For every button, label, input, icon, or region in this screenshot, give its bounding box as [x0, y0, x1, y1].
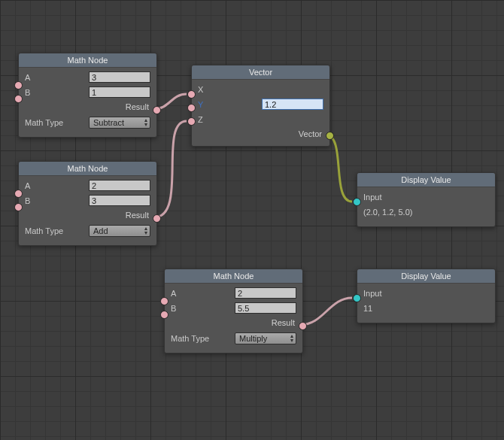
- display-value-text: (2.0, 1.2, 5.0): [363, 208, 412, 217]
- display-value-text: 11: [363, 304, 372, 313]
- input-a-field[interactable]: [89, 180, 150, 191]
- mathtype-label: Math Type: [25, 224, 63, 238]
- mathtype-label: Math Type: [25, 116, 63, 129]
- y-field[interactable]: [262, 99, 323, 110]
- dropdown-arrows-icon: ▴▾: [144, 226, 147, 235]
- input-a-label: A: [25, 71, 30, 84]
- x-label: X: [198, 83, 207, 96]
- result-label: Result: [25, 101, 150, 113]
- mathtype-select[interactable]: Multiply ▴▾: [235, 332, 296, 344]
- input-b-label: B: [25, 194, 30, 208]
- node-title[interactable]: Vector: [192, 65, 329, 80]
- display-value-node[interactable]: Display Value Input 11: [357, 269, 496, 323]
- vector-node[interactable]: Vector X Y Z Vector: [191, 65, 330, 147]
- input-a-field[interactable]: [89, 71, 150, 83]
- math-node[interactable]: Math Node A B Result Math Type Subtract …: [18, 53, 157, 138]
- port-in-input[interactable]: [353, 198, 361, 206]
- input-b-field[interactable]: [89, 195, 150, 206]
- dropdown-arrows-icon: ▴▾: [290, 334, 293, 343]
- input-a-label: A: [25, 179, 30, 193]
- dropdown-arrows-icon: ▴▾: [144, 118, 147, 127]
- input-a-field[interactable]: [235, 287, 296, 299]
- result-label: Result: [171, 317, 296, 329]
- node-title[interactable]: Math Node: [165, 269, 302, 284]
- mathtype-select[interactable]: Add ▴▾: [89, 225, 150, 237]
- result-label: Result: [25, 209, 150, 221]
- node-graph-canvas[interactable]: { "nodes": { "math1": { "title": "Math N…: [0, 0, 504, 440]
- mathtype-value: Add: [93, 226, 108, 235]
- input-label: Input: [363, 289, 381, 298]
- input-b-label: B: [171, 302, 176, 315]
- node-title[interactable]: Math Node: [19, 162, 156, 176]
- port-in-input[interactable]: [353, 294, 361, 302]
- port-in-b[interactable]: [160, 311, 169, 319]
- display-value-node[interactable]: Display Value Input (2.0, 1.2, 5.0): [357, 172, 496, 227]
- port-in-z[interactable]: [187, 117, 196, 126]
- input-label: Input: [363, 193, 381, 202]
- input-a-label: A: [171, 287, 176, 300]
- math-node[interactable]: Math Node A B Result Math Type Add ▴▾: [18, 161, 157, 246]
- node-title[interactable]: Math Node: [19, 53, 156, 68]
- mathtype-label: Math Type: [171, 332, 209, 345]
- mathtype-value: Multiply: [239, 334, 267, 343]
- input-b-field[interactable]: [235, 302, 296, 314]
- math-node[interactable]: Math Node A B Result Math Type Multiply …: [164, 269, 303, 354]
- y-label: Y: [198, 98, 207, 111]
- input-b-label: B: [25, 86, 30, 99]
- port-in-b[interactable]: [14, 203, 23, 211]
- vector-output-label: Vector: [198, 128, 323, 140]
- node-title[interactable]: Display Value: [357, 173, 495, 187]
- port-in-a[interactable]: [14, 190, 23, 198]
- input-b-field[interactable]: [89, 86, 150, 98]
- port-in-y[interactable]: [187, 104, 196, 112]
- port-in-a[interactable]: [160, 297, 169, 305]
- port-out-result[interactable]: [299, 322, 307, 330]
- node-title[interactable]: Display Value: [357, 269, 495, 284]
- port-out-result[interactable]: [153, 214, 161, 223]
- port-in-a[interactable]: [14, 81, 23, 90]
- port-in-x[interactable]: [187, 90, 196, 99]
- port-in-b[interactable]: [14, 95, 23, 103]
- mathtype-select[interactable]: Subtract ▴▾: [89, 117, 150, 129]
- mathtype-value: Subtract: [93, 118, 124, 127]
- port-out-vector[interactable]: [326, 132, 334, 140]
- port-out-result[interactable]: [153, 106, 161, 114]
- z-label: Z: [198, 113, 207, 126]
